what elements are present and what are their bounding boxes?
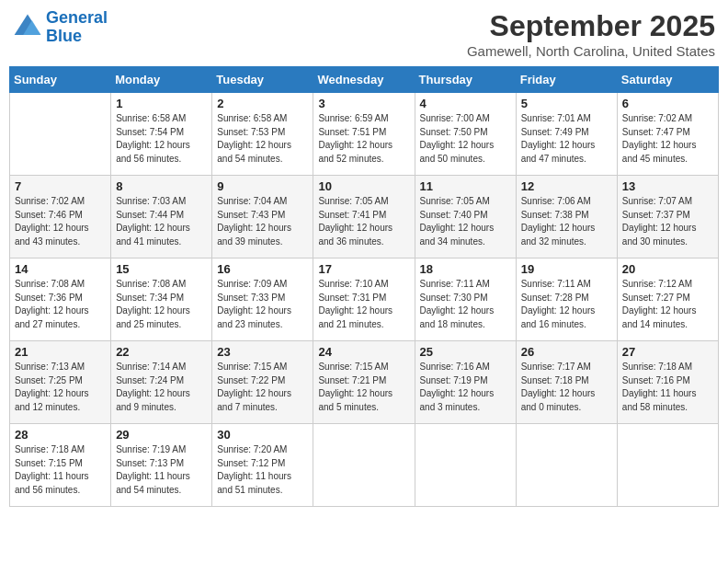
day-info: Sunrise: 7:02 AM Sunset: 7:46 PM Dayligh… <box>15 195 106 248</box>
day-info: Sunrise: 7:20 AM Sunset: 7:12 PM Dayligh… <box>217 443 308 497</box>
day-number: 9 <box>217 179 308 193</box>
day-header-friday: Friday <box>516 67 617 93</box>
day-number: 17 <box>318 262 409 276</box>
day-info: Sunrise: 7:01 AM Sunset: 7:49 PM Dayligh… <box>521 112 612 166</box>
day-number: 27 <box>622 345 713 359</box>
day-info: Sunrise: 7:18 AM Sunset: 7:16 PM Dayligh… <box>622 361 713 414</box>
day-number: 16 <box>217 262 308 276</box>
day-number: 5 <box>521 97 612 110</box>
day-info: Sunrise: 6:58 AM Sunset: 7:54 PM Dayligh… <box>116 112 207 166</box>
day-info: Sunrise: 7:02 AM Sunset: 7:47 PM Dayligh… <box>622 112 713 166</box>
calendar-cell: 7Sunrise: 7:02 AM Sunset: 7:46 PM Daylig… <box>10 176 111 259</box>
calendar-week-1: 1Sunrise: 6:58 AM Sunset: 7:54 PM Daylig… <box>10 93 719 176</box>
calendar-cell: 14Sunrise: 7:08 AM Sunset: 7:36 PM Dayli… <box>10 259 111 341</box>
calendar-cell: 10Sunrise: 7:05 AM Sunset: 7:41 PM Dayli… <box>313 176 415 259</box>
calendar-cell: 21Sunrise: 7:13 AM Sunset: 7:25 PM Dayli… <box>10 341 111 424</box>
calendar-week-4: 21Sunrise: 7:13 AM Sunset: 7:25 PM Dayli… <box>10 341 719 424</box>
day-info: Sunrise: 7:08 AM Sunset: 7:34 PM Dayligh… <box>116 278 207 331</box>
calendar-cell <box>415 424 516 507</box>
calendar-header-row: SundayMondayTuesdayWednesdayThursdayFrid… <box>10 67 719 93</box>
day-number: 23 <box>217 345 308 359</box>
calendar-cell: 26Sunrise: 7:17 AM Sunset: 7:18 PM Dayli… <box>516 341 617 424</box>
day-number: 11 <box>420 179 511 193</box>
day-info: Sunrise: 7:18 AM Sunset: 7:15 PM Dayligh… <box>15 443 106 497</box>
day-info: Sunrise: 7:14 AM Sunset: 7:24 PM Dayligh… <box>116 361 207 414</box>
day-number: 4 <box>420 97 511 110</box>
day-number: 19 <box>521 262 612 276</box>
day-info: Sunrise: 7:15 AM Sunset: 7:22 PM Dayligh… <box>217 361 308 414</box>
location: Gamewell, North Carolina, United States <box>467 43 715 59</box>
day-info: Sunrise: 7:08 AM Sunset: 7:36 PM Dayligh… <box>15 278 106 331</box>
day-info: Sunrise: 7:04 AM Sunset: 7:43 PM Dayligh… <box>217 195 308 248</box>
calendar-cell: 2Sunrise: 6:58 AM Sunset: 7:53 PM Daylig… <box>212 93 313 176</box>
day-number: 10 <box>318 179 409 193</box>
day-number: 18 <box>420 262 511 276</box>
day-number: 29 <box>116 428 207 442</box>
calendar-cell: 4Sunrise: 7:00 AM Sunset: 7:50 PM Daylig… <box>415 93 516 176</box>
day-header-monday: Monday <box>111 67 212 93</box>
day-info: Sunrise: 7:12 AM Sunset: 7:27 PM Dayligh… <box>622 278 713 331</box>
day-number: 3 <box>318 97 409 110</box>
day-number: 2 <box>217 97 308 110</box>
day-number: 15 <box>116 262 207 276</box>
calendar-cell <box>516 424 617 507</box>
calendar-cell: 15Sunrise: 7:08 AM Sunset: 7:34 PM Dayli… <box>111 259 212 341</box>
day-number: 21 <box>15 345 106 359</box>
day-number: 30 <box>217 428 308 442</box>
calendar-cell: 23Sunrise: 7:15 AM Sunset: 7:22 PM Dayli… <box>212 341 313 424</box>
day-info: Sunrise: 7:06 AM Sunset: 7:38 PM Dayligh… <box>521 195 612 248</box>
calendar-cell <box>313 424 415 507</box>
calendar-cell: 17Sunrise: 7:10 AM Sunset: 7:31 PM Dayli… <box>313 259 415 341</box>
calendar-cell: 5Sunrise: 7:01 AM Sunset: 7:49 PM Daylig… <box>516 93 617 176</box>
day-info: Sunrise: 6:59 AM Sunset: 7:51 PM Dayligh… <box>318 112 409 166</box>
calendar-cell: 28Sunrise: 7:18 AM Sunset: 7:15 PM Dayli… <box>10 424 111 507</box>
calendar-cell: 9Sunrise: 7:04 AM Sunset: 7:43 PM Daylig… <box>212 176 313 259</box>
calendar-cell: 11Sunrise: 7:05 AM Sunset: 7:40 PM Dayli… <box>415 176 516 259</box>
calendar-week-3: 14Sunrise: 7:08 AM Sunset: 7:36 PM Dayli… <box>10 259 719 341</box>
calendar-cell: 22Sunrise: 7:14 AM Sunset: 7:24 PM Dayli… <box>111 341 212 424</box>
day-number: 7 <box>15 179 106 193</box>
calendar-cell: 6Sunrise: 7:02 AM Sunset: 7:47 PM Daylig… <box>617 93 718 176</box>
day-number: 1 <box>116 97 207 110</box>
logo-text: General Blue <box>46 9 108 46</box>
calendar-cell: 3Sunrise: 6:59 AM Sunset: 7:51 PM Daylig… <box>313 93 415 176</box>
calendar-cell <box>617 424 718 507</box>
calendar-cell: 20Sunrise: 7:12 AM Sunset: 7:27 PM Dayli… <box>617 259 718 341</box>
day-info: Sunrise: 7:17 AM Sunset: 7:18 PM Dayligh… <box>521 361 612 414</box>
day-number: 22 <box>116 345 207 359</box>
day-info: Sunrise: 7:07 AM Sunset: 7:37 PM Dayligh… <box>622 195 713 248</box>
calendar-cell: 24Sunrise: 7:15 AM Sunset: 7:21 PM Dayli… <box>313 341 415 424</box>
day-info: Sunrise: 7:11 AM Sunset: 7:28 PM Dayligh… <box>521 278 612 331</box>
logo-blue: Blue <box>46 27 82 45</box>
day-number: 28 <box>15 428 106 442</box>
day-info: Sunrise: 7:09 AM Sunset: 7:33 PM Dayligh… <box>217 278 308 331</box>
day-info: Sunrise: 7:15 AM Sunset: 7:21 PM Dayligh… <box>318 361 409 414</box>
day-header-tuesday: Tuesday <box>212 67 313 93</box>
day-info: Sunrise: 7:00 AM Sunset: 7:50 PM Dayligh… <box>420 112 511 166</box>
calendar-table: SundayMondayTuesdayWednesdayThursdayFrid… <box>9 66 719 507</box>
day-number: 26 <box>521 345 612 359</box>
logo-icon <box>13 13 42 42</box>
day-number: 25 <box>420 345 511 359</box>
day-info: Sunrise: 7:03 AM Sunset: 7:44 PM Dayligh… <box>116 195 207 248</box>
day-header-wednesday: Wednesday <box>313 67 415 93</box>
page-header: General Blue September 2025 Gamewell, No… <box>9 9 719 59</box>
day-info: Sunrise: 7:13 AM Sunset: 7:25 PM Dayligh… <box>15 361 106 414</box>
day-info: Sunrise: 6:58 AM Sunset: 7:53 PM Dayligh… <box>217 112 308 166</box>
day-number: 13 <box>622 179 713 193</box>
calendar-cell: 27Sunrise: 7:18 AM Sunset: 7:16 PM Dayli… <box>617 341 718 424</box>
day-info: Sunrise: 7:05 AM Sunset: 7:41 PM Dayligh… <box>318 195 409 248</box>
day-number: 12 <box>521 179 612 193</box>
calendar-cell: 8Sunrise: 7:03 AM Sunset: 7:44 PM Daylig… <box>111 176 212 259</box>
calendar-cell: 12Sunrise: 7:06 AM Sunset: 7:38 PM Dayli… <box>516 176 617 259</box>
calendar-cell: 18Sunrise: 7:11 AM Sunset: 7:30 PM Dayli… <box>415 259 516 341</box>
calendar-cell: 30Sunrise: 7:20 AM Sunset: 7:12 PM Dayli… <box>212 424 313 507</box>
day-number: 8 <box>116 179 207 193</box>
day-number: 24 <box>318 345 409 359</box>
day-header-saturday: Saturday <box>617 67 718 93</box>
calendar-cell: 1Sunrise: 6:58 AM Sunset: 7:54 PM Daylig… <box>111 93 212 176</box>
calendar-cell: 29Sunrise: 7:19 AM Sunset: 7:13 PM Dayli… <box>111 424 212 507</box>
day-info: Sunrise: 7:11 AM Sunset: 7:30 PM Dayligh… <box>420 278 511 331</box>
calendar-cell: 19Sunrise: 7:11 AM Sunset: 7:28 PM Dayli… <box>516 259 617 341</box>
calendar-cell <box>10 93 111 176</box>
